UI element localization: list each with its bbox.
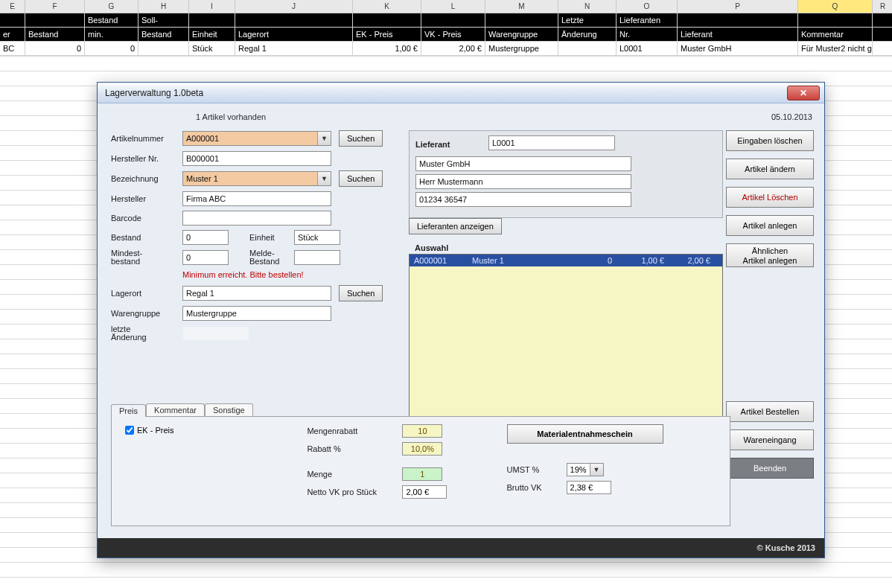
tab-sonstige[interactable]: Sonstige bbox=[205, 403, 253, 416]
clear-inputs-button[interactable]: Eingaben löschen bbox=[726, 130, 814, 151]
tab-content-preis: EK - Preis Mengenrabatt Rabatt % Menge N… bbox=[111, 416, 730, 526]
herstellernr-input[interactable] bbox=[182, 151, 331, 166]
col-J[interactable]: J bbox=[235, 0, 353, 13]
create-article-button[interactable]: Artikel anlegen bbox=[726, 215, 814, 236]
lieferant-kontakt-input[interactable] bbox=[415, 174, 631, 189]
label-lieferant: Lieferant bbox=[415, 140, 488, 149]
label-mengenrabatt: Mengenrabatt bbox=[307, 426, 402, 435]
dialog-window: Lagerverwaltung 1.0beta ✕ 1 Artikel vorh… bbox=[97, 82, 825, 558]
label-brutto: Brutto VK bbox=[507, 483, 567, 492]
chevron-down-icon[interactable]: ▼ bbox=[317, 132, 331, 145]
label-lagerort: Lagerort bbox=[111, 289, 182, 298]
col-F[interactable]: F bbox=[25, 0, 85, 13]
close-icon: ✕ bbox=[800, 88, 807, 98]
chevron-down-icon[interactable]: ▼ bbox=[590, 464, 603, 476]
label-hersteller: Hersteller bbox=[111, 194, 182, 203]
label-mindestbestand: Mindest- bestand bbox=[111, 249, 182, 266]
col-I[interactable]: I bbox=[189, 0, 235, 13]
search-artikelnummer-button[interactable]: Suchen bbox=[339, 130, 383, 147]
form-left: Artikelnummer ▼ Suchen Hersteller Nr. Be… bbox=[111, 130, 395, 346]
search-lagerort-button[interactable]: Suchen bbox=[339, 285, 383, 301]
col-K[interactable]: K bbox=[353, 0, 421, 13]
order-article-button[interactable]: Artikel Bestellen bbox=[726, 401, 814, 422]
action-buttons: Eingaben löschen Artikel ändern Artikel … bbox=[726, 130, 814, 486]
titlebar[interactable]: Lagerverwaltung 1.0beta ✕ bbox=[98, 83, 824, 103]
mengenrabatt-input[interactable] bbox=[402, 424, 442, 438]
label-artikelnummer: Artikelnummer bbox=[111, 134, 182, 143]
close-button[interactable]: ✕ bbox=[787, 86, 820, 100]
menge-input[interactable] bbox=[402, 467, 442, 481]
einheit-input[interactable] bbox=[294, 230, 340, 245]
header-row-2: er Bestand min. Bestand Einheit Lagerort… bbox=[0, 28, 892, 42]
tabs-area: Preis Kommentar Sonstige EK - Preis Meng… bbox=[111, 401, 730, 526]
hersteller-input[interactable] bbox=[182, 191, 331, 206]
letzte-aenderung-input[interactable] bbox=[182, 326, 249, 341]
rabatt-input[interactable] bbox=[402, 442, 442, 456]
label-rabatt: Rabatt % bbox=[307, 444, 402, 453]
label-menge: Menge bbox=[307, 470, 402, 479]
tab-kommentar[interactable]: Kommentar bbox=[146, 403, 205, 416]
dialog-footer: © Kusche 2013 bbox=[98, 538, 824, 557]
lagerort-input[interactable] bbox=[182, 286, 331, 301]
bezeichnung-combo[interactable] bbox=[182, 171, 331, 186]
delete-article-button[interactable]: Artikel Löschen bbox=[726, 187, 814, 208]
col-N[interactable]: N bbox=[558, 0, 617, 13]
meldebestand-input[interactable] bbox=[294, 250, 340, 265]
label-umst: UMST % bbox=[507, 465, 567, 474]
col-G[interactable]: G bbox=[85, 0, 138, 13]
label-letzte-aenderung: letzte Änderung bbox=[111, 325, 182, 342]
materialentnahme-button[interactable]: Materialentnahmeschein bbox=[507, 424, 663, 444]
copyright-label: © Kusche 2013 bbox=[757, 543, 815, 552]
col-Q[interactable]: Q bbox=[798, 0, 873, 13]
col-M[interactable]: M bbox=[485, 0, 558, 13]
label-herstellernr: Hersteller Nr. bbox=[111, 154, 182, 163]
col-L[interactable]: L bbox=[421, 0, 485, 13]
warengruppe-input[interactable] bbox=[182, 306, 331, 321]
ek-preis-checkbox[interactable]: EK - Preis bbox=[125, 426, 290, 435]
bestand-input[interactable] bbox=[182, 230, 229, 245]
label-barcode: Barcode bbox=[111, 214, 182, 223]
label-bezeichnung: Bezeichnung bbox=[111, 174, 182, 183]
col-H[interactable]: H bbox=[138, 0, 189, 13]
brutto-input[interactable] bbox=[567, 481, 611, 494]
label-auswahl: Auswahl bbox=[415, 243, 727, 252]
lieferant-tel-input[interactable] bbox=[415, 192, 631, 207]
list-item[interactable]: A000001 Muster 1 0 1,00 € 2,00 € bbox=[410, 255, 722, 266]
change-article-button[interactable]: Artikel ändern bbox=[726, 159, 814, 179]
article-count-label: 1 Artikel vorhanden bbox=[196, 112, 266, 121]
artikelnummer-combo[interactable] bbox=[182, 131, 331, 146]
column-header-row: E F G H I J K L M N O P Q R bbox=[0, 0, 892, 13]
header-row-1: Bestand Soll- Letzte Lieferanten bbox=[0, 13, 892, 28]
form-center: Lieferant Lieferanten anzeigen Auswahl A… bbox=[409, 130, 727, 435]
lieferant-box: Lieferant bbox=[409, 130, 723, 218]
col-E[interactable]: E bbox=[0, 0, 25, 13]
end-button[interactable]: Beenden bbox=[726, 458, 814, 479]
date-label: 05.10.2013 bbox=[771, 112, 812, 121]
col-O[interactable]: O bbox=[617, 0, 678, 13]
data-row-1[interactable]: BC 0 0 Stück Regal 1 1,00 € 2,00 € Muste… bbox=[0, 42, 892, 56]
col-P[interactable]: P bbox=[678, 0, 798, 13]
search-bezeichnung-button[interactable]: Suchen bbox=[339, 170, 383, 187]
window-title: Lagerverwaltung 1.0beta bbox=[105, 88, 787, 98]
label-netto: Netto VK pro Stück bbox=[307, 488, 402, 496]
create-similar-button[interactable]: Ähnlichen Artikel anlegen bbox=[726, 243, 814, 267]
tab-preis[interactable]: Preis bbox=[111, 404, 146, 417]
label-bestand: Bestand bbox=[111, 233, 182, 242]
minimum-warning: Minimum erreicht. Bitte bestellen! bbox=[182, 270, 395, 279]
ek-preis-check-input[interactable] bbox=[125, 426, 134, 435]
lieferant-name-input[interactable] bbox=[415, 156, 631, 171]
mindestbestand-input[interactable] bbox=[182, 250, 229, 265]
lieferant-nr-input[interactable] bbox=[488, 135, 615, 150]
barcode-input[interactable] bbox=[182, 211, 331, 226]
label-einheit: Einheit bbox=[249, 233, 294, 242]
col-R[interactable]: R bbox=[873, 0, 892, 13]
lieferanten-anzeigen-button[interactable]: Lieferanten anzeigen bbox=[409, 218, 502, 234]
label-warengruppe: Warengruppe bbox=[111, 309, 182, 318]
chevron-down-icon[interactable]: ▼ bbox=[317, 172, 331, 185]
label-meldebestand: Melde- Bestand bbox=[249, 249, 294, 266]
netto-input[interactable] bbox=[402, 485, 447, 499]
goods-in-button[interactable]: Wareneingang bbox=[726, 429, 814, 450]
